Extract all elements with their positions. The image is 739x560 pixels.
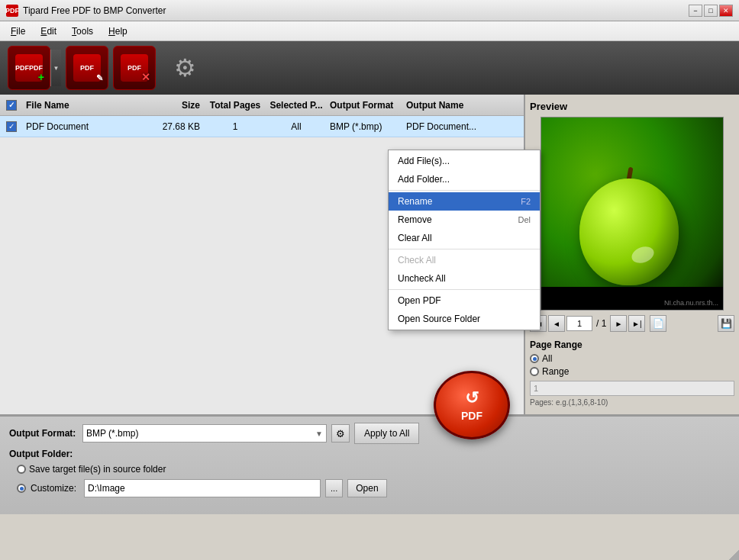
header-filename: File Name (23, 100, 144, 111)
ctx-open-pdf[interactable]: Open PDF (389, 291, 540, 310)
radio-range[interactable] (530, 367, 539, 376)
customize-row: Customize: ... Open (17, 479, 730, 497)
header-checkbox[interactable] (6, 100, 17, 111)
watermark-text: NI.cha.nu.nrs.th... (664, 299, 718, 307)
ctx-check-all-label: Check All (398, 255, 436, 266)
table-header: File Name Size Total Pages Selected P...… (0, 95, 524, 116)
header-total-pages: Total Pages (205, 100, 266, 111)
row-output-name: PDF Document... (403, 121, 524, 132)
resize-grip[interactable] (728, 549, 739, 560)
table-row[interactable]: PDF Document 27.68 KB 1 All BMP (*.bmp) … (0, 116, 524, 137)
row-filename: PDF Document (23, 121, 144, 132)
output-folder-label-row: Output Folder: (9, 449, 730, 459)
ctx-clear-all-label: Clear All (398, 233, 432, 243)
window-title: Tipard Free PDF to BMP Converter (23, 5, 166, 16)
output-format-label: Output Format: (9, 428, 78, 439)
menu-help[interactable]: Help (101, 24, 135, 39)
ctx-uncheck-all[interactable]: Uncheck All (389, 269, 540, 288)
customize-label: Customize: (31, 483, 76, 494)
ctx-remove-shortcut: Del (518, 215, 531, 224)
output-format-row: Output Format: BMP (*.bmp) ▼ ⚙ Apply to … (9, 423, 730, 444)
toolbar: PDF + ▼ PDF ✎ PDF ✕ ⚙ (0, 41, 739, 95)
convert-button[interactable]: ↺ PDF (434, 371, 510, 439)
ctx-rename-label: Rename (398, 196, 432, 207)
customize-path-input[interactable] (84, 479, 321, 497)
ctx-open-source-folder[interactable]: Open Source Folder (389, 310, 540, 328)
ctx-separator-1 (389, 190, 540, 191)
ctx-add-files-label: Add File(s)... (398, 156, 450, 166)
edit-button[interactable]: PDF ✎ (66, 46, 108, 90)
header-selected-pages: Selected P... (266, 100, 327, 111)
delete-button[interactable]: PDF ✕ (113, 46, 156, 90)
radio-customize[interactable] (17, 484, 26, 493)
preview-label: Preview (530, 99, 734, 117)
next-page-button[interactable]: ► (610, 315, 627, 332)
ctx-rename-shortcut: F2 (521, 197, 531, 206)
output-folder-label: Output Folder: (9, 449, 78, 459)
add-pdf-icon: PDF + (15, 54, 43, 82)
menu-file[interactable]: File (3, 24, 33, 39)
radio-range-label: Range (542, 366, 569, 377)
output-format-value: BMP (*.bmp) (86, 428, 138, 439)
output-format-dropdown[interactable]: BMP (*.bmp) ▼ (82, 424, 327, 443)
radio-all-row: All (530, 353, 734, 364)
bottom-controls: Output Format: BMP (*.bmp) ▼ ⚙ Apply to … (0, 415, 739, 514)
header-output-name: Output Name (403, 100, 524, 111)
radio-save-source[interactable] (17, 465, 26, 474)
header-output-format: Output Format (327, 100, 403, 111)
app-icon: PDF (6, 5, 18, 17)
ctx-uncheck-all-label: Uncheck All (398, 273, 446, 284)
row-output-format: BMP (*.bmp) (327, 121, 403, 132)
preview-section: Preview NI.cha.nu.nrs.th... |◄ ◄ / 1 ► ►… (525, 95, 739, 414)
ctx-remove-label: Remove (398, 214, 432, 225)
ctx-rename[interactable]: Rename F2 (389, 192, 540, 211)
ctx-check-all: Check All (389, 251, 540, 269)
save-source-row: Save target file(s) in source folder (17, 464, 730, 475)
main-area: File Name Size Total Pages Selected P...… (0, 95, 739, 415)
apply-to-all-button[interactable]: Apply to All (354, 423, 419, 444)
format-settings-button[interactable]: ⚙ (331, 424, 350, 443)
ctx-add-files[interactable]: Add File(s)... (389, 152, 540, 170)
copy-page-button[interactable]: 📄 (650, 315, 666, 332)
range-input[interactable] (530, 381, 734, 396)
radio-range-row: Range (530, 366, 734, 377)
radio-all-label: All (542, 353, 552, 364)
ctx-remove[interactable]: Remove Del (389, 211, 540, 229)
ctx-clear-all[interactable]: Clear All (389, 229, 540, 247)
row-selected-pages: All (266, 121, 327, 132)
page-range-box: Page Range All Range Pages: e.g.(1,3,6,8… (530, 340, 734, 407)
apple-body (579, 179, 679, 285)
last-page-button[interactable]: ►| (628, 315, 645, 332)
menu-bar: File Edit Tools Help (0, 21, 739, 41)
page-number-input[interactable] (566, 316, 592, 331)
dropdown-arrow-icon: ▼ (315, 430, 323, 438)
menu-edit[interactable]: Edit (33, 24, 64, 39)
browse-button[interactable]: ... (325, 479, 343, 497)
context-menu: Add File(s)... Add Folder... Rename F2 R… (388, 150, 541, 330)
row-total-pages: 1 (205, 121, 266, 132)
pages-hint: Pages: e.g.(1,3,6,8-10) (530, 398, 734, 407)
convert-arrow-icon: ↺ (465, 388, 479, 408)
menu-tools[interactable]: Tools (64, 24, 101, 39)
settings-gear-button[interactable]: ⚙ (166, 50, 203, 86)
ctx-add-folder[interactable]: Add Folder... (389, 170, 540, 188)
header-size: Size (144, 100, 205, 111)
ctx-separator-2 (389, 249, 540, 249)
save-page-button[interactable]: 💾 (718, 315, 734, 332)
add-dropdown-arrow[interactable]: ▼ (50, 50, 61, 86)
maximize-button[interactable]: □ (704, 5, 718, 17)
radio-all[interactable] (530, 354, 539, 363)
close-button[interactable]: ✕ (719, 5, 733, 17)
row-size: 27.68 KB (144, 121, 205, 132)
open-folder-button[interactable]: Open (347, 479, 386, 497)
title-bar: PDF Tipard Free PDF to BMP Converter − □… (0, 0, 739, 21)
convert-pdf-label: PDF (461, 410, 482, 422)
preview-image: NI.cha.nu.nrs.th... (541, 117, 724, 311)
prev-page-button[interactable]: ◄ (548, 315, 565, 332)
ctx-open-pdf-label: Open PDF (398, 295, 441, 306)
minimize-button[interactable]: − (689, 5, 702, 17)
page-total: / 1 (594, 318, 608, 329)
row-checkbox[interactable] (6, 121, 17, 132)
add-files-button[interactable]: PDF + (8, 46, 50, 90)
ctx-add-folder-label: Add Folder... (398, 174, 450, 185)
